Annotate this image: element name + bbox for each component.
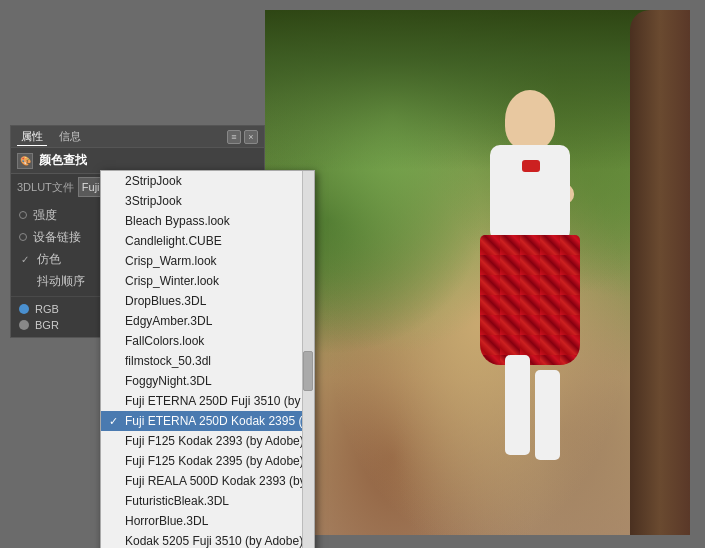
dropdown-item[interactable]: FuturisticBleak.3DL [101, 491, 314, 511]
dropdown-item-label: filmstock_50.3dl [125, 354, 211, 368]
girl-skirt [480, 235, 580, 365]
dropdown-item[interactable]: 3StripJook [101, 191, 314, 211]
dropdown-item[interactable]: Candlelight.CUBE [101, 231, 314, 251]
girl-figure [450, 90, 610, 470]
dither-order-label: 抖动顺序 [37, 273, 85, 290]
dropdown-item-label: Crisp_Winter.look [125, 274, 219, 288]
photo-area [265, 10, 690, 535]
dropdown-check-icon: ✓ [109, 415, 123, 428]
dropdown-item-label: Candlelight.CUBE [125, 234, 222, 248]
dropdown-item-label: FuturisticBleak.3DL [125, 494, 229, 508]
color-lookup-icon: 🎨 [17, 153, 33, 169]
dropdown-item[interactable]: EdgyAmber.3DL [101, 311, 314, 331]
section-title: 颜色查找 [39, 152, 87, 169]
dropdown-item[interactable]: ✓Fuji ETERNA 250D Kodak 2395 (by Adobe).… [101, 411, 314, 431]
device-link-dot [19, 233, 27, 241]
dropdown-item-label: Fuji F125 Kodak 2393 (by Adobe).cube [125, 434, 314, 448]
lut-label: 3DLUT文件 [17, 180, 74, 195]
girl-leg-left [505, 355, 530, 455]
dropdown-item-label: 3StripJook [125, 194, 182, 208]
dropdown-item-label: DropBlues.3DL [125, 294, 206, 308]
device-link-label: 设备链接 [33, 229, 81, 246]
dropdown-item[interactable]: Kodak 5205 Fuji 3510 (by Adobe).cube [101, 531, 314, 548]
tab-info[interactable]: 信息 [55, 128, 85, 146]
dropdown-item[interactable]: Bleach Bypass.look [101, 211, 314, 231]
panel-close-btn[interactable]: × [244, 130, 258, 144]
dropdown-item-label: Fuji ETERNA 250D Kodak 2395 (by Adobe).c… [125, 414, 314, 428]
panel-menu-btn[interactable]: ≡ [227, 130, 241, 144]
dropdown-item-label: Fuji REALA 500D Kodak 2393 (by Adobe).cu… [125, 474, 314, 488]
lut-dropdown: 2StripJook 3StripJook Bleach Bypass.look… [100, 170, 315, 548]
dropdown-item[interactable]: Fuji ETERNA 250D Fuji 3510 (by Adobe).cu… [101, 391, 314, 411]
dither-label: 仿色 [37, 251, 61, 268]
dropdown-item[interactable]: filmstock_50.3dl [101, 351, 314, 371]
bgr-color-dot [19, 320, 29, 330]
girl-bow [522, 160, 540, 172]
scrollbar-thumb[interactable] [303, 351, 313, 391]
dropdown-item[interactable]: Fuji F125 Kodak 2395 (by Adobe).cube [101, 451, 314, 471]
dropdown-item-label: Fuji F125 Kodak 2395 (by Adobe).cube [125, 454, 314, 468]
tab-properties[interactable]: 属性 [17, 128, 47, 146]
dropdown-item[interactable]: FallColors.look [101, 331, 314, 351]
dropdown-item-label: Crisp_Warm.look [125, 254, 217, 268]
dither-check: ✓ [19, 253, 31, 265]
dropdown-item[interactable]: DropBlues.3DL [101, 291, 314, 311]
dropdown-item[interactable]: Crisp_Winter.look [101, 271, 314, 291]
panel-titlebar: 属性 信息 ≡ × [11, 126, 264, 148]
dropdown-item-label: EdgyAmber.3DL [125, 314, 212, 328]
rgb-label: RGB [35, 303, 59, 315]
dropdown-item-label: HorrorBlue.3DL [125, 514, 208, 528]
intensity-label: 强度 [33, 207, 57, 224]
rgb-color-dot [19, 304, 29, 314]
dropdown-item[interactable]: HorrorBlue.3DL [101, 511, 314, 531]
panel-tabs: 属性 信息 [17, 128, 85, 146]
dropdown-item-label: FoggyNight.3DL [125, 374, 212, 388]
dropdown-item[interactable]: 2StripJook [101, 171, 314, 191]
tree-trunk [630, 10, 690, 535]
dropdown-item-label: FallColors.look [125, 334, 204, 348]
dropdown-scrollbar[interactable] [302, 171, 314, 548]
dropdown-item-label: Bleach Bypass.look [125, 214, 230, 228]
girl-leg-right [535, 370, 560, 460]
panel-controls: ≡ × [227, 130, 258, 144]
girl-head [505, 90, 555, 150]
dropdown-item[interactable]: Crisp_Warm.look [101, 251, 314, 271]
bgr-label: BGR [35, 319, 59, 331]
dropdown-item[interactable]: Fuji F125 Kodak 2393 (by Adobe).cube [101, 431, 314, 451]
intensity-dot [19, 211, 27, 219]
dropdown-item-label: Fuji ETERNA 250D Fuji 3510 (by Adobe).cu… [125, 394, 314, 408]
dropdown-item-label: Kodak 5205 Fuji 3510 (by Adobe).cube [125, 534, 314, 548]
dropdown-item[interactable]: Fuji REALA 500D Kodak 2393 (by Adobe).cu… [101, 471, 314, 491]
dropdown-item-label: 2StripJook [125, 174, 182, 188]
dropdown-item[interactable]: FoggyNight.3DL [101, 371, 314, 391]
dither-order-check [19, 275, 31, 287]
